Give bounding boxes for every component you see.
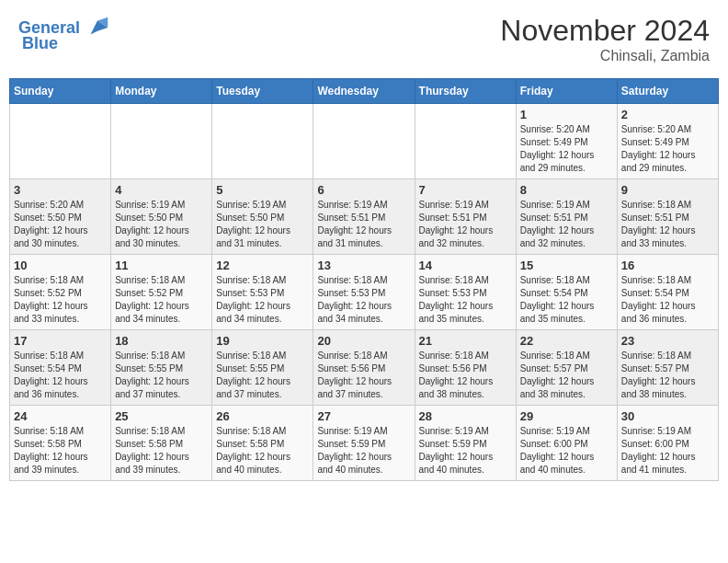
day-info: Sunrise: 5:18 AM Sunset: 5:58 PM Dayligh… [115,425,208,477]
day-info: Sunrise: 5:19 AM Sunset: 6:00 PM Dayligh… [520,425,613,477]
day-number: 28 [419,409,512,423]
day-number: 21 [419,334,512,348]
day-number: 23 [621,334,714,348]
calendar-cell: 5Sunrise: 5:19 AM Sunset: 5:50 PM Daylig… [212,179,313,255]
day-number: 4 [115,183,208,197]
calendar-cell [415,104,516,179]
calendar-cell: 6Sunrise: 5:19 AM Sunset: 5:51 PM Daylig… [313,179,415,255]
calendar-cell: 24Sunrise: 5:18 AM Sunset: 5:58 PM Dayli… [10,406,111,481]
calendar-table: SundayMondayTuesdayWednesdayThursdayFrid… [9,78,719,481]
calendar-cell: 30Sunrise: 5:19 AM Sunset: 6:00 PM Dayli… [617,406,718,481]
day-number: 27 [317,409,410,423]
calendar-cell: 26Sunrise: 5:18 AM Sunset: 5:58 PM Dayli… [212,406,313,481]
day-info: Sunrise: 5:19 AM Sunset: 5:59 PM Dayligh… [419,425,512,477]
calendar-cell: 7Sunrise: 5:19 AM Sunset: 5:51 PM Daylig… [415,179,516,255]
calendar-cell: 28Sunrise: 5:19 AM Sunset: 5:59 PM Dayli… [415,406,516,481]
calendar-cell: 27Sunrise: 5:19 AM Sunset: 5:59 PM Dayli… [313,406,415,481]
weekday-header: Thursday [415,79,516,104]
day-number: 8 [520,183,613,197]
day-info: Sunrise: 5:18 AM Sunset: 5:53 PM Dayligh… [216,274,309,326]
calendar-cell: 14Sunrise: 5:18 AM Sunset: 5:53 PM Dayli… [415,255,516,330]
day-number: 6 [317,183,410,197]
day-info: Sunrise: 5:19 AM Sunset: 5:51 PM Dayligh… [317,199,410,250]
logo: General Blue [18,14,111,53]
weekday-header: Friday [516,79,617,104]
day-number: 10 [14,259,107,272]
calendar-cell: 11Sunrise: 5:18 AM Sunset: 5:52 PM Dayli… [111,255,212,330]
day-number: 15 [520,259,613,272]
day-number: 30 [621,409,714,423]
calendar-cell: 4Sunrise: 5:19 AM Sunset: 5:50 PM Daylig… [111,179,212,255]
day-number: 22 [520,334,613,348]
day-info: Sunrise: 5:18 AM Sunset: 5:54 PM Dayligh… [520,274,613,326]
calendar-week-row: 17Sunrise: 5:18 AM Sunset: 5:54 PM Dayli… [10,330,719,406]
calendar-week-row: 3Sunrise: 5:20 AM Sunset: 5:50 PM Daylig… [10,179,719,255]
calendar-cell: 8Sunrise: 5:19 AM Sunset: 5:51 PM Daylig… [516,179,617,255]
weekday-header: Monday [111,79,212,104]
calendar-cell: 3Sunrise: 5:20 AM Sunset: 5:50 PM Daylig… [10,179,111,255]
day-number: 2 [621,108,714,121]
day-number: 17 [14,334,107,348]
day-number: 9 [621,183,714,197]
weekday-header: Saturday [617,79,718,104]
calendar-cell: 10Sunrise: 5:18 AM Sunset: 5:52 PM Dayli… [10,255,111,330]
calendar-week-row: 1Sunrise: 5:20 AM Sunset: 5:49 PM Daylig… [10,104,719,179]
day-info: Sunrise: 5:19 AM Sunset: 5:51 PM Dayligh… [419,199,512,250]
calendar-cell: 16Sunrise: 5:18 AM Sunset: 5:54 PM Dayli… [617,255,718,330]
calendar-cell: 1Sunrise: 5:20 AM Sunset: 5:49 PM Daylig… [516,104,617,179]
calendar-cell [212,104,313,179]
calendar-cell [10,104,111,179]
day-info: Sunrise: 5:18 AM Sunset: 5:54 PM Dayligh… [621,274,714,326]
day-info: Sunrise: 5:19 AM Sunset: 6:00 PM Dayligh… [621,425,714,477]
day-number: 24 [14,409,107,423]
day-number: 12 [216,259,309,272]
day-info: Sunrise: 5:18 AM Sunset: 5:56 PM Dayligh… [317,350,410,401]
day-info: Sunrise: 5:18 AM Sunset: 5:57 PM Dayligh… [520,350,613,401]
calendar-cell: 15Sunrise: 5:18 AM Sunset: 5:54 PM Dayli… [516,255,617,330]
calendar-header-row: SundayMondayTuesdayWednesdayThursdayFrid… [10,79,719,104]
day-info: Sunrise: 5:18 AM Sunset: 5:53 PM Dayligh… [317,274,410,326]
calendar-cell: 18Sunrise: 5:18 AM Sunset: 5:55 PM Dayli… [111,330,212,406]
calendar-cell: 2Sunrise: 5:20 AM Sunset: 5:49 PM Daylig… [617,104,718,179]
calendar-cell: 25Sunrise: 5:18 AM Sunset: 5:58 PM Dayli… [111,406,212,481]
day-number: 29 [520,409,613,423]
calendar-cell [111,104,212,179]
calendar-cell: 23Sunrise: 5:18 AM Sunset: 5:57 PM Dayli… [617,330,718,406]
day-number: 7 [419,183,512,197]
calendar-week-row: 24Sunrise: 5:18 AM Sunset: 5:58 PM Dayli… [10,406,719,481]
day-info: Sunrise: 5:20 AM Sunset: 5:50 PM Dayligh… [14,199,107,250]
day-info: Sunrise: 5:19 AM Sunset: 5:59 PM Dayligh… [317,425,410,477]
calendar-cell: 19Sunrise: 5:18 AM Sunset: 5:55 PM Dayli… [212,330,313,406]
calendar-cell: 29Sunrise: 5:19 AM Sunset: 6:00 PM Dayli… [516,406,617,481]
page-header: General Blue November 2024 Chinsali, Zam… [9,9,719,69]
calendar-cell: 20Sunrise: 5:18 AM Sunset: 5:56 PM Dayli… [313,330,415,406]
title-block: November 2024 Chinsali, Zambia [500,14,710,64]
day-info: Sunrise: 5:18 AM Sunset: 5:56 PM Dayligh… [419,350,512,401]
day-number: 13 [317,259,410,272]
day-info: Sunrise: 5:18 AM Sunset: 5:51 PM Dayligh… [621,199,714,250]
day-info: Sunrise: 5:18 AM Sunset: 5:58 PM Dayligh… [14,425,107,477]
day-number: 11 [115,259,208,272]
calendar-cell: 17Sunrise: 5:18 AM Sunset: 5:54 PM Dayli… [10,330,111,406]
day-number: 18 [115,334,208,348]
day-info: Sunrise: 5:18 AM Sunset: 5:57 PM Dayligh… [621,350,714,401]
weekday-header: Tuesday [212,79,313,104]
calendar-cell [313,104,415,179]
day-number: 1 [520,108,613,121]
page-subtitle: Chinsali, Zambia [500,48,710,64]
day-number: 25 [115,409,208,423]
day-info: Sunrise: 5:20 AM Sunset: 5:49 PM Dayligh… [520,123,613,175]
day-info: Sunrise: 5:19 AM Sunset: 5:50 PM Dayligh… [216,199,309,250]
day-info: Sunrise: 5:20 AM Sunset: 5:49 PM Dayligh… [621,123,714,175]
calendar-cell: 12Sunrise: 5:18 AM Sunset: 5:53 PM Dayli… [212,255,313,330]
day-info: Sunrise: 5:18 AM Sunset: 5:55 PM Dayligh… [115,350,208,401]
logo-bird-icon [84,14,111,41]
day-info: Sunrise: 5:18 AM Sunset: 5:54 PM Dayligh… [14,350,107,401]
day-info: Sunrise: 5:19 AM Sunset: 5:51 PM Dayligh… [520,199,613,250]
day-number: 14 [419,259,512,272]
calendar-cell: 21Sunrise: 5:18 AM Sunset: 5:56 PM Dayli… [415,330,516,406]
day-info: Sunrise: 5:18 AM Sunset: 5:52 PM Dayligh… [115,274,208,326]
day-number: 3 [14,183,107,197]
day-number: 16 [621,259,714,272]
day-number: 19 [216,334,309,348]
